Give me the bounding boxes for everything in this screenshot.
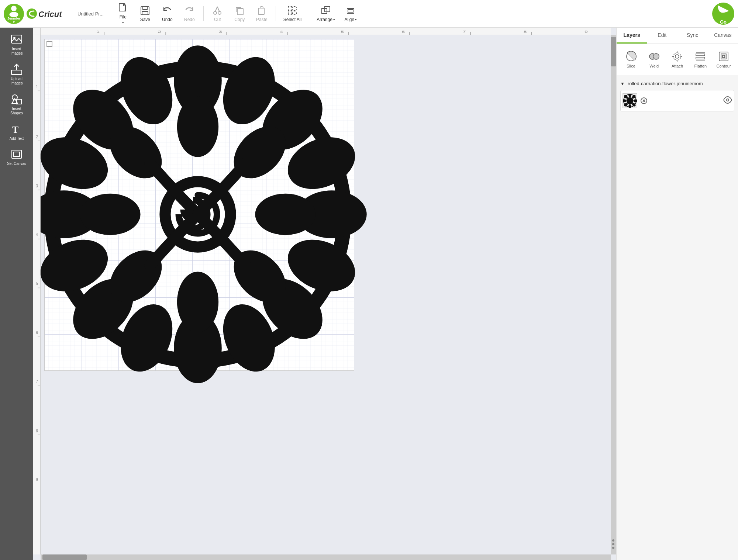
svg-rect-15 [293, 7, 296, 10]
design-canvas[interactable] [44, 39, 354, 371]
dot-2 [612, 543, 614, 545]
align-button[interactable]: Align ▾ [341, 4, 361, 24]
user-name: Jennifer [7, 17, 20, 20]
svg-text:3: 3 [219, 30, 222, 34]
svg-point-100 [673, 53, 681, 60]
canvas-more-options[interactable] [612, 539, 614, 549]
file-arrow: ▾ [122, 21, 124, 24]
upload-icon [11, 63, 23, 75]
svg-point-88 [255, 194, 315, 235]
align-label: Align ▾ [345, 17, 357, 22]
svg-point-9 [218, 11, 221, 14]
sidebar-item-set-canvas[interactable]: Set Canvas [0, 145, 33, 169]
arrange-icon [321, 6, 331, 16]
user-avatar[interactable]: Jennifer ▾ [4, 4, 24, 24]
canvas-corner-handle [46, 41, 52, 47]
canvas-content[interactable] [41, 35, 611, 554]
undo-button[interactable]: Undo [157, 4, 177, 24]
layer-group-header[interactable]: ▼ rolled-carnation-flower-jenuinemom [620, 79, 734, 88]
layer-section: ▼ rolled-carnation-flower-jenuinemom [617, 75, 738, 560]
canvas-area[interactable]: 1 2 3 4 5 6 7 8 9 [33, 28, 616, 560]
tab-layers[interactable]: Layers [617, 28, 647, 44]
separator-3 [309, 6, 309, 21]
file-button[interactable]: File ▾ [113, 1, 133, 26]
arrange-button[interactable]: Arrange ▾ [313, 4, 339, 24]
paste-icon [256, 6, 267, 16]
svg-text:8: 8 [36, 428, 38, 433]
project-title: Untitled Pr... [77, 11, 104, 17]
layer-edit-icon[interactable] [640, 97, 648, 104]
cricut-logo-svg: Cricut [26, 7, 70, 20]
svg-rect-107 [696, 57, 705, 59]
weld-label: Weld [649, 64, 659, 68]
layer-item[interactable] [620, 90, 734, 111]
svg-text:9: 9 [584, 30, 588, 34]
separator-1 [203, 6, 204, 21]
svg-rect-7 [142, 11, 148, 15]
copy-button[interactable]: Copy [230, 4, 250, 24]
svg-text:5: 5 [341, 30, 344, 34]
sidebar-item-insert-images[interactable]: InsertImages [0, 31, 33, 59]
contour-label: Contour [717, 64, 731, 68]
sidebar-item-add-text[interactable]: T Add Text [0, 120, 33, 144]
svg-text:2: 2 [36, 134, 38, 139]
layer-visibility-icon[interactable] [723, 96, 732, 106]
flower-design[interactable] [41, 39, 373, 390]
save-button[interactable]: Save [135, 4, 155, 24]
copy-label: Copy [234, 17, 245, 22]
layer-group-name: rolled-carnation-flower-jenuinemom [628, 81, 703, 86]
panel-tabs: Layers Edit Sync Canvas [617, 28, 738, 44]
svg-point-115 [634, 99, 637, 102]
sidebar-item-insert-shapes[interactable]: InsertShapes [0, 90, 33, 118]
svg-text:4: 4 [36, 232, 38, 237]
svg-text:1: 1 [96, 30, 100, 34]
svg-text:2: 2 [158, 30, 161, 34]
select-all-button[interactable]: Select All [280, 4, 305, 24]
horizontal-scrollbar[interactable] [41, 554, 611, 560]
svg-text:8: 8 [524, 30, 527, 34]
redo-button[interactable]: Redo [179, 4, 200, 24]
insert-images-label: InsertImages [11, 47, 23, 56]
svg-point-101 [675, 55, 679, 58]
svg-point-113 [628, 94, 631, 97]
contour-tool[interactable]: Contour [713, 48, 734, 71]
redo-icon [184, 6, 194, 16]
image-icon [11, 34, 23, 45]
vertical-scrollbar[interactable] [611, 35, 616, 554]
svg-rect-25 [11, 70, 22, 75]
upload-images-label: UploadImages [11, 77, 23, 86]
right-panel: Layers Edit Sync Canvas Slice [616, 28, 738, 560]
svg-line-10 [215, 7, 217, 12]
weld-tool[interactable]: Weld [644, 48, 665, 71]
sidebar-item-upload-images[interactable]: UploadImages [0, 61, 33, 89]
tab-sync[interactable]: Sync [677, 28, 708, 44]
tab-canvas[interactable]: Canvas [708, 28, 738, 44]
cut-button[interactable]: Cut [207, 4, 228, 24]
scrollbar-thumb-horizontal[interactable] [42, 554, 87, 560]
svg-rect-12 [237, 8, 243, 15]
paste-button[interactable]: Paste [252, 4, 272, 24]
scrollbar-thumb-vertical[interactable] [611, 37, 616, 66]
flatten-tool[interactable]: Flatten [690, 48, 711, 71]
svg-point-99 [653, 53, 659, 59]
add-text-label: Add Text [10, 136, 24, 141]
ruler-top: 1 2 3 4 5 6 7 8 9 [41, 28, 611, 35]
tab-edit[interactable]: Edit [647, 28, 677, 44]
set-canvas-label: Set Canvas [7, 162, 26, 166]
go-button[interactable]: Go [712, 3, 734, 25]
cricut-logo: Cricut [26, 7, 70, 20]
flatten-label: Flatten [694, 64, 707, 68]
undo-icon [162, 6, 172, 16]
align-arrow: ▾ [355, 18, 357, 21]
contour-icon [718, 51, 729, 62]
align-icon [345, 6, 356, 16]
ruler-corner [33, 28, 41, 35]
svg-point-86 [177, 96, 218, 157]
svg-rect-16 [288, 11, 292, 15]
undo-label: Undo [162, 17, 173, 22]
svg-point-119 [623, 99, 627, 102]
attach-tool[interactable]: Attach [667, 48, 688, 71]
slice-tool[interactable]: Slice [620, 48, 642, 71]
main-layout: InsertImages UploadImages InsertShapes T [0, 28, 738, 560]
toolbar: Jennifer ▾ Cricut Untitled Pr... File ▾ … [0, 0, 738, 28]
